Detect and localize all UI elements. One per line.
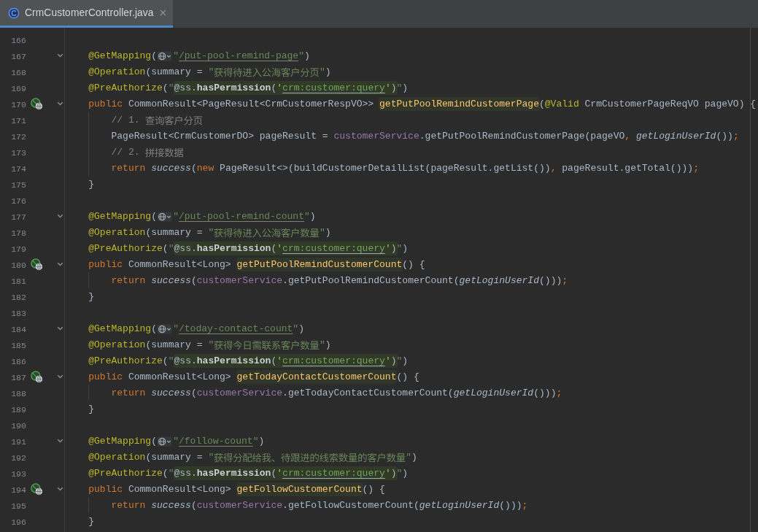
svg-text:C: C: [11, 9, 17, 18]
